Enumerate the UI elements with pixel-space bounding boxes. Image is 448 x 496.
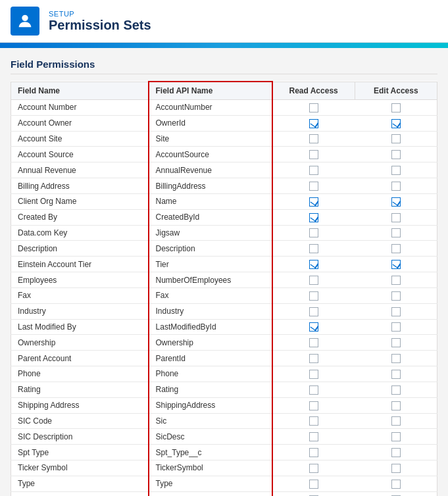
read-checkbox[interactable] [309, 322, 318, 332]
edit-checkbox[interactable] [391, 354, 401, 363]
edit-access-cell[interactable] [355, 413, 437, 429]
edit-access-cell[interactable] [355, 491, 437, 496]
read-access-cell[interactable] [272, 303, 355, 319]
edit-checkbox[interactable] [391, 213, 401, 222]
read-checkbox[interactable] [309, 448, 318, 457]
read-checkbox[interactable] [309, 464, 318, 473]
edit-checkbox[interactable] [391, 416, 401, 426]
read-access-cell[interactable] [272, 351, 355, 366]
read-checkbox[interactable] [309, 244, 318, 253]
edit-access-cell[interactable] [355, 162, 437, 178]
read-checkbox[interactable] [309, 291, 318, 301]
edit-checkbox[interactable] [391, 291, 401, 301]
edit-checkbox[interactable] [391, 338, 401, 347]
edit-access-cell[interactable] [355, 303, 437, 319]
edit-access-cell[interactable] [355, 445, 437, 460]
read-access-cell[interactable] [272, 225, 355, 241]
read-access-cell[interactable] [272, 319, 355, 335]
edit-checkbox[interactable] [391, 448, 401, 457]
edit-access-cell[interactable] [355, 366, 437, 382]
read-access-cell[interactable] [272, 445, 355, 460]
read-checkbox[interactable] [309, 228, 318, 237]
read-access-cell[interactable] [272, 366, 355, 382]
edit-access-cell[interactable] [355, 460, 437, 476]
read-checkbox[interactable] [309, 276, 318, 285]
read-access-cell[interactable] [272, 382, 355, 397]
read-checkbox[interactable] [309, 416, 318, 426]
read-access-cell[interactable] [272, 162, 355, 178]
edit-access-cell[interactable] [355, 272, 437, 288]
edit-access-cell[interactable] [355, 382, 437, 397]
edit-access-cell[interactable] [355, 335, 437, 351]
read-access-cell[interactable] [272, 193, 355, 209]
read-checkbox[interactable] [309, 213, 318, 222]
read-checkbox[interactable] [309, 307, 318, 316]
read-checkbox[interactable] [309, 432, 318, 441]
edit-access-cell[interactable] [355, 287, 437, 303]
read-checkbox[interactable] [309, 401, 318, 410]
read-access-cell[interactable] [272, 147, 355, 162]
edit-access-cell[interactable] [355, 476, 437, 491]
edit-checkbox[interactable] [391, 432, 401, 441]
read-access-cell[interactable] [272, 257, 355, 272]
edit-checkbox[interactable] [391, 401, 401, 410]
edit-access-cell[interactable] [355, 225, 437, 241]
edit-checkbox[interactable] [391, 150, 401, 159]
read-access-cell[interactable] [272, 397, 355, 413]
read-access-cell[interactable] [272, 241, 355, 257]
edit-checkbox[interactable] [391, 370, 401, 379]
read-access-cell[interactable] [272, 178, 355, 194]
read-checkbox[interactable] [309, 354, 318, 363]
edit-checkbox[interactable] [391, 260, 401, 269]
edit-checkbox[interactable] [391, 228, 401, 237]
edit-access-cell[interactable] [355, 429, 437, 445]
read-checkbox[interactable] [309, 370, 318, 379]
read-checkbox[interactable] [309, 385, 318, 395]
read-access-cell[interactable] [272, 272, 355, 288]
edit-checkbox[interactable] [391, 103, 401, 112]
read-checkbox[interactable] [309, 166, 318, 175]
read-checkbox[interactable] [309, 260, 318, 269]
read-access-cell[interactable] [272, 115, 355, 131]
read-access-cell[interactable] [272, 209, 355, 225]
read-access-cell[interactable] [272, 335, 355, 351]
edit-access-cell[interactable] [355, 115, 437, 131]
read-checkbox[interactable] [309, 480, 318, 489]
edit-checkbox[interactable] [391, 385, 401, 395]
edit-checkbox[interactable] [391, 119, 401, 128]
edit-access-cell[interactable] [355, 397, 437, 413]
edit-access-cell[interactable] [355, 193, 437, 209]
read-access-cell[interactable] [272, 100, 355, 116]
edit-checkbox[interactable] [391, 197, 401, 207]
edit-access-cell[interactable] [355, 178, 437, 194]
edit-checkbox[interactable] [391, 307, 401, 316]
edit-checkbox[interactable] [391, 166, 401, 175]
read-checkbox[interactable] [309, 103, 318, 112]
edit-checkbox[interactable] [391, 182, 401, 191]
edit-checkbox[interactable] [391, 276, 401, 285]
read-access-cell[interactable] [272, 131, 355, 147]
read-checkbox[interactable] [309, 150, 318, 159]
edit-access-cell[interactable] [355, 209, 437, 225]
read-checkbox[interactable] [309, 134, 318, 143]
edit-checkbox[interactable] [391, 134, 401, 143]
read-access-cell[interactable] [272, 476, 355, 491]
read-checkbox[interactable] [309, 119, 318, 128]
read-access-cell[interactable] [272, 429, 355, 445]
edit-access-cell[interactable] [355, 351, 437, 366]
read-checkbox[interactable] [309, 197, 318, 207]
read-checkbox[interactable] [309, 338, 318, 347]
edit-access-cell[interactable] [355, 147, 437, 162]
edit-access-cell[interactable] [355, 319, 437, 335]
edit-checkbox[interactable] [391, 244, 401, 253]
read-access-cell[interactable] [272, 287, 355, 303]
edit-access-cell[interactable] [355, 131, 437, 147]
read-access-cell[interactable] [272, 491, 355, 496]
read-access-cell[interactable] [272, 460, 355, 476]
edit-checkbox[interactable] [391, 464, 401, 473]
read-access-cell[interactable] [272, 413, 355, 429]
read-checkbox[interactable] [309, 182, 318, 191]
edit-access-cell[interactable] [355, 257, 437, 272]
edit-checkbox[interactable] [391, 480, 401, 489]
edit-access-cell[interactable] [355, 100, 437, 116]
